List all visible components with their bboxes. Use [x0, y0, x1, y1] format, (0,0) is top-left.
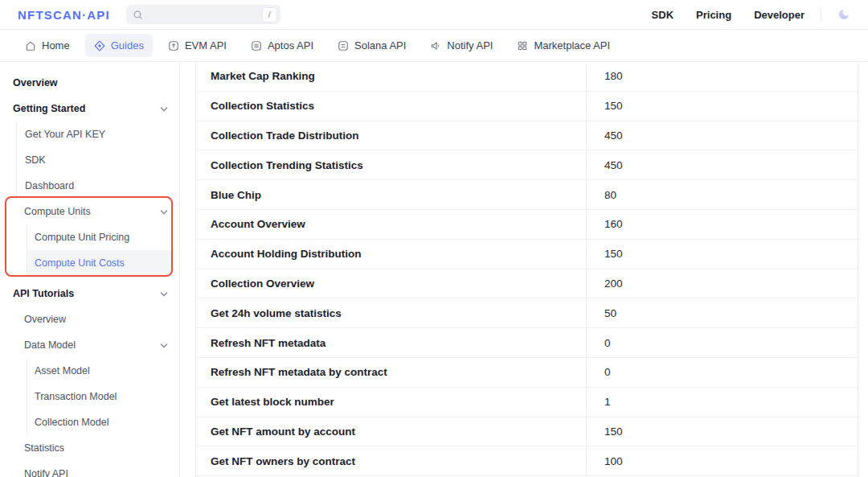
- header-divider: [821, 8, 821, 21]
- sidebar-item-label: Data Model: [24, 339, 76, 351]
- developer-link[interactable]: Developer: [754, 9, 805, 21]
- sidebar-item-label: Overview: [24, 314, 66, 325]
- data-model-subgroup: Asset Model Transaction Model Collection…: [27, 358, 179, 435]
- sidebar-item-compute-unit-costs[interactable]: Compute Unit Costs: [27, 250, 173, 276]
- sidebar-item-label: Getting Started: [13, 103, 85, 114]
- chevron-down-icon: [160, 209, 168, 215]
- sidebar-item-notify-api[interactable]: Notify API: [16, 461, 179, 477]
- dark-mode-toggle[interactable]: [837, 8, 850, 21]
- endpoint-name: Collection Overview: [196, 269, 586, 298]
- tab-evm-api[interactable]: EVM API: [159, 34, 235, 57]
- sidebar-item-label: Asset Model: [35, 365, 90, 376]
- docs-sidebar: Overview Getting Started Get Your API KE…: [0, 62, 180, 477]
- compute-unit-costs-table: Market Cap Ranking 180 Collection Statis…: [195, 62, 858, 477]
- endpoint-name: Collection Statistics: [196, 92, 586, 121]
- sidebar-item-label: Statistics: [24, 442, 64, 454]
- endpoint-cost: 150: [586, 417, 858, 446]
- table-row: Collection Overview 200: [196, 269, 858, 299]
- endpoint-name: Refresh NFT metadata by contract: [196, 358, 586, 387]
- tab-home[interactable]: Home: [16, 34, 79, 57]
- guides-icon: [94, 40, 105, 51]
- table-row: Account Holding Distribution 150: [196, 240, 858, 269]
- evm-api-icon: [168, 40, 179, 51]
- endpoint-cost: 150: [586, 240, 858, 269]
- api-tutorials-group: Overview Data Model Asset Model Transact…: [16, 306, 179, 477]
- nftscan-api-logo[interactable]: NFTSCAN·API: [18, 8, 110, 22]
- endpoint-name: Collection Trade Distribution: [196, 121, 586, 150]
- endpoint-cost: 450: [586, 150, 858, 179]
- notify-api-icon: [430, 40, 441, 51]
- sidebar-item-label: Overview: [13, 77, 58, 88]
- table-row: Get NFT amount by account 150: [196, 417, 858, 447]
- sidebar-item-dashboard[interactable]: Dashboard: [17, 173, 179, 199]
- search-icon: [133, 10, 143, 20]
- endpoint-cost: 100: [586, 446, 858, 475]
- sidebar-item-overview[interactable]: Overview: [0, 70, 179, 96]
- search-shortcut-key: /: [263, 8, 276, 22]
- tab-label: Marketplace API: [534, 39, 610, 51]
- endpoint-cost: 0: [586, 328, 858, 357]
- endpoint-name: Account Overview: [196, 210, 586, 239]
- table-row: Account Overview 160: [196, 210, 858, 240]
- sidebar-item-label: SDK: [25, 154, 46, 166]
- top-bar: NFTSCAN·API / SDK Pricing Developer: [0, 0, 868, 30]
- chevron-down-icon: [160, 343, 168, 348]
- getting-started-group: Get Your API KEY SDK Dashboard: [16, 121, 179, 199]
- sidebar-item-transaction-model[interactable]: Transaction Model: [27, 384, 179, 409]
- endpoint-cost: 450: [586, 121, 858, 150]
- endpoint-name: Get latest block number: [196, 388, 586, 417]
- sidebar-item-statistics[interactable]: Statistics: [16, 435, 179, 461]
- pricing-link[interactable]: Pricing: [696, 9, 731, 21]
- aptos-api-icon: [251, 40, 262, 51]
- sidebar-item-tutorials-overview[interactable]: Overview: [16, 306, 179, 332]
- search-input[interactable]: [148, 8, 263, 21]
- tab-label: Home: [42, 39, 70, 51]
- table-row: Get 24h volume statistics 50: [196, 298, 858, 328]
- sdk-link[interactable]: SDK: [652, 9, 674, 21]
- chevron-down-icon: [160, 291, 168, 297]
- chevron-down-icon: [160, 106, 168, 112]
- tab-guides[interactable]: Guides: [85, 34, 153, 57]
- moon-icon: [837, 8, 850, 21]
- tab-label: Notify API: [447, 39, 493, 51]
- sidebar-item-api-tutorials[interactable]: API Tutorials: [0, 281, 179, 306]
- tab-marketplace-api[interactable]: Marketplace API: [508, 34, 619, 57]
- sidebar-item-sdk[interactable]: SDK: [17, 147, 179, 173]
- tab-notify-api[interactable]: Notify API: [421, 34, 502, 57]
- endpoint-cost: 150: [586, 92, 858, 121]
- search-box[interactable]: /: [126, 5, 280, 24]
- endpoint-name: Get 24h volume statistics: [196, 298, 586, 327]
- endpoint-name: Market Cap Ranking: [196, 62, 586, 91]
- table-row: Get latest block number 1: [196, 388, 858, 417]
- compute-units-group: Compute Units Compute Unit Pricing Compu…: [16, 199, 179, 276]
- endpoint-name: Collection Trending Statistics: [196, 150, 586, 179]
- endpoint-cost: 180: [586, 62, 858, 91]
- sidebar-item-label: Notify API: [24, 468, 68, 477]
- sidebar-item-get-api-key[interactable]: Get Your API KEY: [17, 121, 179, 147]
- table-row: Refresh NFT metadata by contract 0: [196, 358, 858, 388]
- sidebar-item-compute-units[interactable]: Compute Units: [16, 199, 179, 224]
- solana-api-icon: [338, 40, 349, 51]
- home-icon: [25, 40, 36, 51]
- sidebar-item-compute-unit-pricing[interactable]: Compute Unit Pricing: [27, 224, 179, 250]
- sidebar-item-label: Get Your API KEY: [25, 129, 105, 140]
- sidebar-item-collection-model[interactable]: Collection Model: [27, 409, 179, 435]
- sidebar-item-label: Dashboard: [25, 180, 74, 191]
- sidebar-item-getting-started[interactable]: Getting Started: [0, 96, 179, 121]
- endpoint-name: Blue Chip: [196, 180, 586, 209]
- endpoint-cost: 200: [586, 269, 858, 298]
- endpoint-cost: 0: [586, 358, 858, 387]
- endpoint-name: Get NFT owners by contract: [196, 446, 586, 475]
- tab-solana-api[interactable]: Solana API: [329, 34, 415, 57]
- sidebar-item-label: Compute Units: [24, 206, 91, 217]
- tab-label: Guides: [111, 39, 144, 51]
- content-area: Market Cap Ranking 180 Collection Statis…: [180, 62, 868, 477]
- sidebar-item-label: Compute Unit Pricing: [35, 232, 129, 243]
- table-row: Collection Statistics 150: [196, 92, 858, 121]
- marketplace-api-icon: [517, 40, 528, 51]
- endpoint-cost: 1: [586, 388, 858, 417]
- sidebar-item-asset-model[interactable]: Asset Model: [27, 358, 179, 384]
- sidebar-item-data-model[interactable]: Data Model: [16, 332, 179, 358]
- tab-aptos-api[interactable]: Aptos API: [242, 34, 322, 57]
- table-row: Refresh NFT metadata 0: [196, 328, 858, 358]
